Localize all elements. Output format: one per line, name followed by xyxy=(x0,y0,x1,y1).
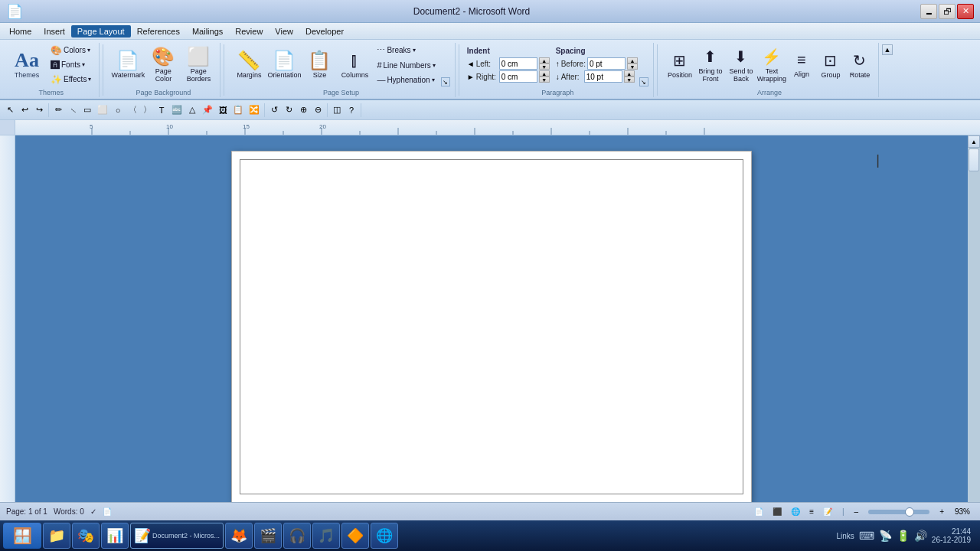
draw-tool-pencil[interactable]: ✏ xyxy=(51,103,65,118)
scroll-thumb[interactable] xyxy=(969,148,979,171)
fonts-button[interactable]: 🅰 Fonts ▾ xyxy=(47,58,94,72)
spacing-after-input[interactable] xyxy=(584,70,622,83)
spacing-after-spinner[interactable]: ▲ ▼ xyxy=(624,70,635,83)
draw-tool-rotate-r[interactable]: ↻ xyxy=(282,103,296,118)
draw-tool-rect[interactable]: ▭ xyxy=(80,103,94,118)
draw-tool-rect2[interactable]: ⬜ xyxy=(95,103,110,118)
scroll-track[interactable] xyxy=(968,148,980,502)
bring-to-front-button[interactable]: ⬆ Bring toFront xyxy=(696,44,725,86)
outline-view-btn[interactable]: ≡ xyxy=(805,506,818,517)
keyboard-icon[interactable]: ⌨ xyxy=(859,530,874,542)
taskbar-firefox[interactable]: 🦊 xyxy=(225,523,253,549)
draw-tool-image[interactable]: 🖼 xyxy=(216,103,230,118)
zoom-slider[interactable] xyxy=(868,510,929,514)
columns-button[interactable]: ⫿ Columns xyxy=(338,44,371,86)
web-view-btn[interactable]: 🌐 xyxy=(787,506,804,517)
menu-view[interactable]: View xyxy=(269,25,299,37)
menu-references[interactable]: References xyxy=(131,25,186,37)
indent-left-input[interactable] xyxy=(499,57,537,70)
spelling-check-icon[interactable]: ✓ xyxy=(90,507,96,516)
vertical-scrollbar[interactable]: ▲ ▼ xyxy=(968,135,980,502)
indent-right-up[interactable]: ▲ xyxy=(539,70,550,77)
draw-tool-shuffle[interactable]: 🔀 xyxy=(247,103,262,118)
indent-left-up[interactable]: ▲ xyxy=(539,57,550,64)
menu-mailings[interactable]: Mailings xyxy=(186,25,229,37)
breaks-button[interactable]: ⋯ Breaks ▾ xyxy=(373,43,439,57)
maximize-button[interactable]: 🗗 xyxy=(939,4,956,19)
draft-view-btn[interactable]: 📝 xyxy=(819,506,836,517)
taskbar-excel[interactable]: 📊 xyxy=(101,523,129,549)
themes-button[interactable]: Aa Themes xyxy=(8,44,46,86)
draw-tool-pin[interactable]: 📌 xyxy=(200,103,215,118)
orientation-button[interactable]: 📄 Orientation xyxy=(267,44,301,86)
draw-tool-redo[interactable]: ↪ xyxy=(32,103,46,118)
draw-tool-triangle[interactable]: △ xyxy=(185,103,199,118)
draw-tool-minus[interactable]: ⊖ xyxy=(311,103,325,118)
draw-tool-text[interactable]: T xyxy=(155,103,168,118)
indent-right-input[interactable] xyxy=(499,70,537,83)
sys-icon-2[interactable]: 🔋 xyxy=(897,530,910,542)
zoom-level-display[interactable]: 93% xyxy=(951,506,974,517)
taskbar-app7[interactable]: 🎧 xyxy=(283,523,311,549)
text-wrapping-button[interactable]: ⚡ TextWrapping xyxy=(757,44,786,86)
paragraph-expand[interactable]: ↘ xyxy=(639,77,648,86)
ribbon-collapse-button[interactable]: ▲ xyxy=(882,44,893,55)
indent-left-spinner[interactable]: ▲ ▼ xyxy=(539,57,550,70)
draw-tool-textbox[interactable]: 🔤 xyxy=(169,103,185,118)
draw-tool-left[interactable]: 〈 xyxy=(126,103,139,118)
spacing-before-up[interactable]: ▲ xyxy=(627,57,638,64)
zoom-out-btn[interactable]: – xyxy=(851,506,863,517)
sys-icon-1[interactable]: 📡 xyxy=(879,530,892,542)
menu-developer[interactable]: Developer xyxy=(299,25,350,37)
draw-tool-rotate-l[interactable]: ↺ xyxy=(267,103,281,118)
page-color-button[interactable]: 🎨 PageColor xyxy=(146,44,180,86)
draw-tool-clip[interactable]: 📋 xyxy=(230,103,246,118)
taskbar-app2[interactable]: 🎭 xyxy=(72,523,100,549)
taskbar-vlc[interactable]: 🔶 xyxy=(341,523,369,549)
hyphenation-button[interactable]: — Hyphenation ▾ xyxy=(373,73,439,86)
draw-tool-shadow[interactable]: ◫ xyxy=(330,103,344,118)
minimize-button[interactable]: 🗕 xyxy=(920,4,937,19)
group-button[interactable]: ⊡ Group xyxy=(817,44,844,86)
effects-button[interactable]: ✨ Effects ▾ xyxy=(47,73,94,86)
line-numbers-button[interactable]: # Line Numbers ▾ xyxy=(373,58,439,72)
zoom-thumb[interactable] xyxy=(905,507,914,517)
menu-page-layout[interactable]: Page Layout xyxy=(71,25,131,37)
taskbar-chrome[interactable]: 🌐 xyxy=(371,523,398,549)
document-page[interactable] xyxy=(231,151,752,502)
spacing-before-down[interactable]: ▼ xyxy=(627,64,638,70)
menu-home[interactable]: Home xyxy=(3,25,38,37)
document-map-icon[interactable]: 📄 xyxy=(103,507,112,516)
draw-tool-help[interactable]: ? xyxy=(345,103,358,118)
system-clock[interactable]: 21:44 26-12-2019 xyxy=(932,527,971,544)
colors-button[interactable]: 🎨 Colors ▾ xyxy=(47,44,94,57)
indent-right-spinner[interactable]: ▲ ▼ xyxy=(539,70,550,83)
full-screen-btn[interactable]: ⬛ xyxy=(769,506,786,517)
position-button[interactable]: ⊞ Position xyxy=(665,44,694,86)
menu-insert[interactable]: Insert xyxy=(38,25,71,37)
draw-tool-select[interactable]: ↖ xyxy=(3,103,17,118)
indent-left-down[interactable]: ▼ xyxy=(539,64,550,70)
sys-icon-3[interactable]: 🔊 xyxy=(914,530,927,542)
page-setup-expand[interactable]: ↘ xyxy=(441,77,450,86)
spacing-before-spinner[interactable]: ▲ ▼ xyxy=(627,57,638,70)
margins-button[interactable]: 📏 Margins xyxy=(232,44,266,86)
close-button[interactable]: ✕ xyxy=(957,4,974,19)
taskbar-explorer[interactable]: 📁 xyxy=(43,523,70,549)
document-scroll-area[interactable]: | xyxy=(15,135,968,502)
spacing-after-up[interactable]: ▲ xyxy=(624,70,635,77)
rotate-button[interactable]: ↻ Rotate xyxy=(846,44,874,86)
taskbar-word[interactable]: 📝 Document2 - Micros... xyxy=(130,523,224,549)
spacing-after-down[interactable]: ▼ xyxy=(624,77,635,83)
indent-right-down[interactable]: ▼ xyxy=(539,77,550,83)
draw-tool-circle[interactable]: ○ xyxy=(111,103,125,118)
draw-tool-right[interactable]: 〉 xyxy=(140,103,154,118)
send-to-back-button[interactable]: ⬇ Send toBack xyxy=(727,44,756,86)
taskbar-app8[interactable]: 🎵 xyxy=(312,523,340,549)
start-button[interactable]: 🪟 xyxy=(3,523,41,549)
page-borders-button[interactable]: ⬜ PageBorders xyxy=(181,44,215,86)
menu-review[interactable]: Review xyxy=(229,25,269,37)
zoom-in-btn[interactable]: + xyxy=(936,506,948,517)
watermark-button[interactable]: 📄 Watermark xyxy=(111,44,145,86)
draw-tool-line[interactable]: ⟍ xyxy=(66,103,80,118)
